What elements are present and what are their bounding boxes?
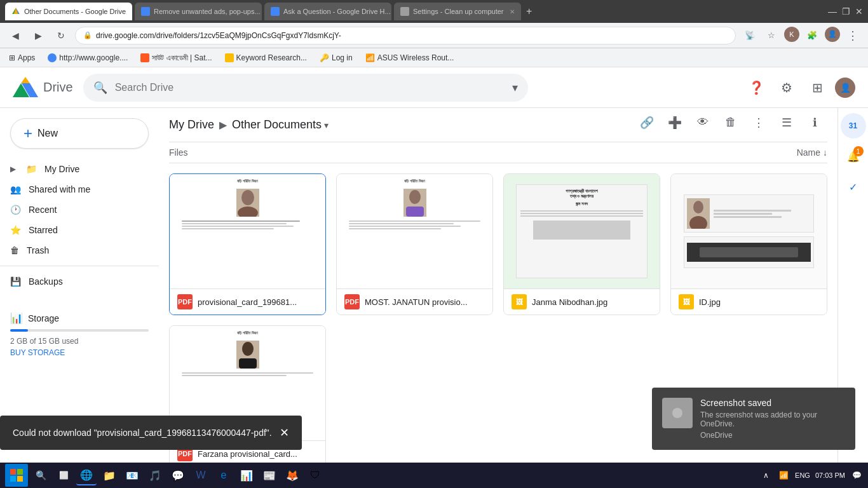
sidebar-item-backups[interactable]: 💾 Backups [0,271,151,292]
close-button[interactable]: ✕ [855,6,863,17]
more-options-button[interactable]: ⋮ [746,110,771,135]
breadcrumb-dropdown-icon[interactable]: ▾ [324,120,329,130]
settings-button[interactable]: ⚙ [774,75,799,100]
profile-avatar-small[interactable]: K [784,27,799,42]
drive-header: Drive 🔍 ▾ ❓ ⚙ ⊞ 👤 [0,67,868,108]
taskbar-firefox[interactable]: 🦊 [282,465,302,485]
bookmark-label-sat: সাউট একাডেমী | Sat... [152,53,212,62]
taskbar-task-view[interactable]: ⬜ [53,465,74,485]
share-link-button[interactable]: 🔗 [634,110,660,135]
file-card-0[interactable]: বাড়ি পরিচিত বিবরণ [169,173,326,315]
preview-button[interactable]: 👁 [690,110,715,135]
storage-section: 📊 Storage 2 GB of 15 GB used BUY STORAGE [0,302,159,367]
breadcrumb: My Drive ▶ Other Documents ▾ [169,108,329,137]
tab-label-drive: Other Documents - Google Drive [24,8,126,15]
cast-icon[interactable]: 📡 [741,27,759,44]
sidebar-item-starred[interactable]: ⭐ Starred [0,220,151,240]
breadcrumb-parent[interactable]: My Drive [169,118,214,132]
search-input[interactable] [115,82,505,93]
file-card-3[interactable]: 🖼 ID.jpg [670,173,827,315]
bookmark-asus[interactable]: 📶 ASUS Wireless Rout... [363,52,457,64]
bookmark-sat[interactable]: সাউট একাডেমী | Sat... [138,52,214,64]
error-message: Could not download "provisional_card_199… [13,428,272,438]
delete-button[interactable]: 🗑 [718,110,743,135]
search-bar[interactable]: 🔍 ▾ [83,74,528,102]
taskbar-chrome[interactable]: 🌐 [76,465,97,485]
screenshot-text: Screenshot saved The screenshot was adde… [700,398,845,440]
tasks-sidebar-icon[interactable]: ✓ [841,174,866,200]
screenshot-title: Screenshot saved [700,398,845,408]
taskbar-app4[interactable]: 📰 [259,465,280,485]
svg-point-11 [693,201,703,214]
info-button[interactable]: ℹ [802,110,827,135]
help-button[interactable]: ❓ [743,75,769,100]
start-button[interactable] [5,464,28,487]
bookmark-login[interactable]: 🔑 Log in [317,52,355,64]
taskbar-notification-button[interactable]: 💬 [850,469,863,482]
taskbar-edge[interactable]: e [214,465,234,485]
sidebar-item-recent[interactable]: 🕐 Recent [0,200,151,220]
minimize-button[interactable]: — [828,6,837,17]
file-type-icon-img-2: 🖼 [512,294,527,309]
calendar-sidebar-icon[interactable]: 31 [841,113,866,139]
url-bar[interactable]: 🔒 drive.google.com/drive/folders/1zcv5Ea… [75,27,736,44]
bookmark-keyword[interactable]: Keyword Research... [222,52,309,64]
notification-sidebar-icon[interactable]: 🔔 1 [841,144,866,169]
sidebar-item-shared[interactable]: 👥 Shared with me [0,179,151,200]
address-bar-icons: 📡 ☆ K 🧩 👤 ⋮ [741,27,862,44]
back-button[interactable]: ◀ [6,27,24,44]
drive-logo-icon [13,77,38,98]
taskbar-app1[interactable]: 🎵 [145,465,165,485]
search-dropdown-icon[interactable]: ▾ [512,81,518,95]
screenshot-description: The screenshot was added to your OneDriv… [700,410,845,428]
taskbar-mail[interactable]: 📧 [122,465,142,485]
maximize-button[interactable]: ❐ [842,6,850,17]
bookmark-star-icon[interactable]: ☆ [763,27,780,44]
sort-label-text: Name [797,147,820,158]
svg-point-12 [689,216,707,229]
mydrive-folder-icon: 📁 [26,164,37,174]
tab-question[interactable]: Ask a Question - Google Drive H... ✕ [264,3,391,20]
tab-ads[interactable]: Remove unwanted ads, pop-ups... ✕ [135,3,262,20]
list-view-button[interactable]: ☰ [774,110,799,135]
taskbar-search[interactable]: 🔍 [31,465,51,485]
file-card-1[interactable]: বাড়ি পরিচিত বিবরণ [336,173,493,315]
storage-icon: 📊 [10,312,23,324]
user-avatar[interactable]: 👤 [835,78,855,98]
bookmark-google[interactable]: http://www.google.... [45,52,130,64]
trash-icon: 🗑 [10,245,19,255]
file-preview-1: বাড়ি পরিচিত বিবরণ [337,174,492,288]
taskbar-security[interactable]: 🛡 [305,465,325,485]
bookmark-apps[interactable]: ⊞ Apps [6,52,37,64]
error-toast-close[interactable]: ✕ [280,426,289,440]
taskbar-network-icon[interactable]: 📶 [777,469,790,482]
sidebar-item-mydrive[interactable]: ▶ 📁 My Drive [0,159,151,179]
browser-menu-button[interactable]: ⋮ [844,27,862,44]
taskbar-app3[interactable]: 📊 [236,465,257,485]
sidebar-trash-label: Trash [27,245,49,255]
sort-label[interactable]: Name ↓ [797,147,827,158]
taskbar-time: 07:03 PM [815,471,845,479]
sidebar-item-trash[interactable]: 🗑 Trash [0,240,151,261]
buy-storage-button[interactable]: BUY STORAGE [10,348,149,357]
taskbar-up-arrow[interactable]: ∧ [759,469,772,482]
extensions-icon[interactable]: 🧩 [803,27,821,44]
add-person-button[interactable]: ➕ [662,110,688,135]
file-card-2[interactable]: গণপ্রজাতন্ত্রী বাংলাদেশতথ্য ও মন্ত্রণালয… [503,173,660,315]
tab-settings[interactable]: Settings - Clean up computer ✕ [394,3,521,20]
forward-button[interactable]: ▶ [29,27,47,44]
browser-chrome: Other Documents - Google Drive ✕ Remove … [0,0,868,23]
taskbar-word[interactable]: W [191,465,211,485]
apps-grid-button[interactable]: ⊞ [804,75,830,100]
refresh-button[interactable]: ↻ [52,27,70,44]
new-button[interactable]: + New [10,118,149,149]
tab-label-question: Ask a Question - Google Drive H... [283,8,391,15]
user-avatar-small[interactable]: 👤 [825,27,840,42]
tab-google-drive[interactable]: Other Documents - Google Drive ✕ [5,3,132,20]
taskbar-app2[interactable]: 💬 [168,465,188,485]
tab-close-settings[interactable]: ✕ [510,8,515,15]
new-button-label: New [37,128,58,139]
breadcrumb-toolbar: My Drive ▶ Other Documents ▾ 🔗 ➕ 👁 🗑 ⋮ [169,108,827,142]
new-tab-button[interactable]: + [526,6,532,17]
taskbar-explorer[interactable]: 📁 [99,465,119,485]
